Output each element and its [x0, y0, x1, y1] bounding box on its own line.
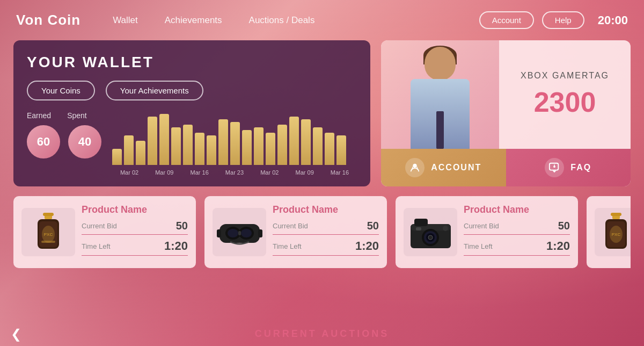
svg-point-0	[413, 164, 417, 168]
svg-point-13	[228, 229, 238, 237]
promo-number: 2300	[534, 86, 596, 118]
chart-label-2: Mar 09	[148, 169, 180, 176]
product-time-row-2: Time Left 1:20	[273, 239, 379, 256]
product-info-1: Product Name Current Bid 50 Time Left 1:…	[82, 204, 188, 260]
svg-rect-4	[43, 213, 54, 216]
promo-card: XBOX GAMERTAG 2300 ACCOUNT	[381, 40, 631, 186]
spent-circle: 40	[68, 125, 101, 158]
product-card-4: PXC	[587, 196, 631, 268]
person-body	[411, 79, 470, 149]
bid-label-3: Current Bid	[464, 222, 499, 230]
bid-label-2: Current Bid	[273, 222, 308, 230]
coins-circles: 60 40	[27, 125, 101, 158]
time-label-2: Time Left	[273, 242, 302, 250]
product-name-2: Product Name	[273, 204, 379, 215]
chart-labels: Mar 02 Mar 09 Mar 16 Mar 23 Mar 02 Mar 0…	[112, 169, 357, 176]
help-button[interactable]: Help	[542, 11, 584, 29]
clock-display: 20:00	[598, 13, 628, 27]
chart-bar	[112, 149, 122, 165]
vr-icon	[217, 216, 262, 248]
svg-rect-26	[416, 227, 421, 230]
navigation: Von Coin Wallet Achievements Auctions / …	[0, 0, 644, 40]
earned-circle: 60	[27, 125, 60, 158]
nav-right: Account Help 20:00	[479, 11, 628, 29]
svg-rect-20	[414, 219, 428, 226]
svg-point-2	[553, 165, 555, 168]
chart-bar	[266, 133, 275, 165]
product-bid-row-2: Current Bid 50	[273, 220, 379, 235]
promo-account-button[interactable]: ACCOUNT	[381, 149, 506, 186]
chart-bar	[159, 114, 169, 165]
time-value-1: 1:20	[164, 239, 188, 253]
chart-bar	[195, 133, 204, 165]
faq-icon	[545, 158, 564, 177]
wallet-lower: Earned Spent 60 40 Mar 02 Mar 09 Mar 16 …	[27, 111, 357, 176]
svg-rect-15	[238, 231, 241, 235]
nav-achievements[interactable]: Achievements	[165, 15, 222, 26]
bid-value-3: 50	[558, 220, 570, 232]
products-row: PXC Product Name Current Bid 50 Time Lef…	[13, 196, 631, 268]
product-card-3: Product Name Current Bid 50 Time Left 1:…	[396, 196, 578, 268]
nav-auctions[interactable]: Auctions / Deals	[249, 15, 315, 26]
bid-label-1: Current Bid	[82, 222, 117, 230]
product-bid-row-3: Current Bid 50	[464, 220, 570, 235]
chart-bar	[230, 122, 240, 165]
svg-rect-17	[258, 229, 262, 237]
main-content: YOUR WALLET Your Coins Your Achievements…	[0, 40, 644, 268]
chart-bar	[277, 125, 287, 165]
product-time-row-3: Time Left 1:20	[464, 239, 570, 256]
chart-label-1: Mar 02	[113, 169, 145, 176]
camera-icon	[408, 213, 453, 251]
chart-bar	[313, 127, 323, 165]
bars-container	[112, 111, 357, 165]
prev-arrow[interactable]: ❮	[11, 327, 21, 342]
coins-labels: Earned Spent	[27, 111, 101, 120]
product-time-row-1: Time Left 1:20	[82, 239, 188, 256]
time-label-1: Time Left	[82, 242, 111, 250]
chart-label-5: Mar 02	[253, 169, 286, 176]
chart-bar	[183, 125, 193, 165]
product-info-3: Product Name Current Bid 50 Time Left 1:…	[464, 204, 570, 260]
promo-person-image	[381, 40, 499, 149]
bottom-bar: ❮ CURRENT AUCTIONS	[0, 322, 644, 346]
logo: Von Coin	[16, 12, 80, 28]
chart-bar	[254, 127, 264, 165]
nav-links: Wallet Achievements Auctions / Deals	[113, 15, 479, 26]
chart-bar	[242, 130, 252, 165]
chart-bar	[124, 135, 134, 165]
chart-label-7: Mar 16	[324, 169, 356, 176]
product-name-3: Product Name	[464, 204, 570, 215]
current-auctions-label: CURRENT AUCTIONS	[255, 328, 389, 340]
promo-faq-button[interactable]: FAQ	[506, 149, 631, 186]
product-image-1: PXC	[21, 208, 75, 256]
wallet-card: YOUR WALLET Your Coins Your Achievements…	[13, 40, 370, 186]
chart-area: Mar 02 Mar 09 Mar 16 Mar 23 Mar 02 Mar 0…	[112, 111, 357, 176]
svg-rect-16	[217, 229, 221, 237]
product-bid-row-1: Current Bid 50	[82, 220, 188, 235]
chart-bar	[289, 117, 299, 165]
wallet-buttons: Your Coins Your Achievements	[27, 81, 357, 100]
promo-top: XBOX GAMERTAG 2300	[381, 40, 631, 149]
your-achievements-button[interactable]: Your Achievements	[106, 81, 203, 100]
promo-account-label: ACCOUNT	[431, 163, 481, 172]
account-button[interactable]: Account	[479, 11, 534, 29]
chart-bar	[148, 117, 157, 165]
product-image-2	[213, 208, 266, 256]
svg-point-24	[428, 235, 433, 240]
svg-point-25	[443, 226, 448, 231]
product-info-2: Product Name Current Bid 50 Time Left 1:…	[273, 204, 379, 260]
earned-label: Earned	[27, 111, 51, 120]
chart-label-4: Mar 23	[218, 169, 251, 176]
your-coins-button[interactable]: Your Coins	[27, 81, 95, 100]
chart-bar	[325, 133, 334, 165]
chart-label-6: Mar 09	[289, 169, 321, 176]
chart-bar	[336, 135, 346, 165]
perfume-icon-1: PXC	[30, 211, 67, 254]
account-icon	[405, 158, 425, 177]
nav-wallet[interactable]: Wallet	[113, 15, 138, 26]
svg-rect-9	[41, 241, 55, 243]
spent-label: Spent	[67, 111, 87, 120]
product-image-4: PXC	[595, 208, 631, 256]
coins-section: Earned Spent 60 40	[27, 111, 101, 158]
promo-faq-label: FAQ	[570, 163, 591, 172]
